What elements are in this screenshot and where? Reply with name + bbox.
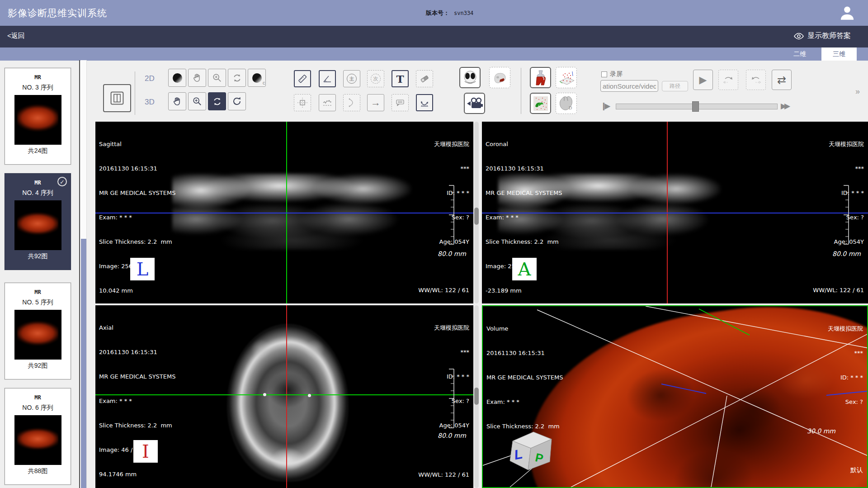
sidebar-divider: [79, 60, 80, 488]
sagittal-mri-image: [172, 174, 411, 250]
series-card-5[interactable]: MR NO. 5 序列 共92图: [5, 283, 71, 379]
timeline-slider-thumb[interactable]: [692, 101, 699, 112]
skip-start-icon[interactable]: ❙▶: [600, 101, 608, 111]
series-thumbnail: [14, 310, 61, 360]
app-title: 影像诊断思维实训系统: [8, 7, 107, 19]
seed-region-preset-button[interactable]: [530, 93, 551, 114]
meta-line: Slice Thickness: 2.2 mm: [99, 422, 176, 430]
scale-label: 80.0 mm: [832, 250, 861, 257]
show-teacher-answer-button[interactable]: 显示教师答案: [794, 31, 851, 41]
curve-measure-button[interactable]: [416, 94, 433, 111]
contrast-reset-icon: c: [252, 73, 262, 83]
series-modality: MR: [5, 283, 71, 295]
loop-forward-button-disabled[interactable]: [718, 70, 738, 90]
roi-box-button[interactable]: [294, 94, 311, 111]
series-image-count: 共92图: [5, 362, 71, 370]
window-reset-button[interactable]: c: [248, 69, 266, 87]
series-card-3[interactable]: MR NO. 3 序列 共24图: [5, 68, 71, 165]
collapse-toolbar-chevron[interactable]: »: [855, 87, 860, 96]
meta-line: ***: [434, 165, 469, 173]
series-modality: MR: [5, 389, 71, 401]
secondary-circle-icon: 次: [371, 74, 381, 84]
orientation-letter-A: A: [512, 258, 537, 280]
profile-curve-button[interactable]: [319, 94, 336, 111]
viewport-gap-scrollbar-thumb[interactable]: [474, 208, 479, 225]
meta-line: 天堰模拟医院: [434, 324, 469, 332]
series-title: NO. 4 序列: [5, 189, 71, 197]
primary-marker-button[interactable]: 主: [343, 70, 360, 87]
zoom-2d-button[interactable]: [208, 69, 226, 87]
ct-slice-preset-button[interactable]: [459, 67, 481, 88]
dicom-overlay-right: 天堰模拟医院 *** ID: * * * Sex: ?: [828, 308, 863, 422]
series-thumbnail: [14, 415, 61, 465]
secondary-marker-button[interactable]: 次: [367, 70, 384, 87]
crosshair-vertical-red[interactable]: [286, 305, 287, 488]
curve-ruler-icon: [419, 97, 430, 108]
dicom-overlay-right: 天堰模拟医院 *** ID: * * * Sex: ? Age: 054Y: [829, 124, 864, 262]
joint-preset-button[interactable]: [530, 67, 551, 88]
arrow-annotation-button[interactable]: →: [367, 94, 384, 111]
hand-icon: [172, 96, 182, 106]
fast-forward-icon[interactable]: ▶▶: [781, 101, 788, 111]
series-thumbnail: [14, 200, 61, 250]
viewport-sagittal[interactable]: Sagittal 20161130 16:15:31 MR GE MEDICAL…: [95, 122, 473, 303]
reset-view-button[interactable]: [228, 92, 246, 110]
crosshair-box-icon: [297, 97, 308, 108]
meta-line: Sex: ?: [434, 397, 469, 405]
scale-label: 80.0 mm: [438, 250, 466, 257]
meta-line: ***: [828, 349, 863, 357]
loop-back-button-disabled[interactable]: [746, 70, 766, 90]
play-button[interactable]: ▶: [693, 70, 713, 90]
skull-3d-preset-button[interactable]: [489, 67, 510, 88]
pan-3d-button[interactable]: [168, 92, 186, 110]
meta-line: ***: [829, 165, 864, 173]
meta-line: Age: 054Y: [434, 238, 469, 246]
slab-3d-preset-button[interactable]: [556, 67, 577, 88]
measure-length-button[interactable]: [294, 70, 311, 87]
meta-line: MR GE MEDICAL SYSTEMS: [99, 189, 176, 197]
export-video-button[interactable]: [464, 93, 485, 114]
series-card-4-selected[interactable]: ✓ MR NO. 4 序列 共92图: [5, 173, 71, 270]
series-card-6[interactable]: MR NO. 6 序列 共88图: [5, 388, 71, 485]
eye-icon: [794, 33, 804, 40]
video-camera-icon: [466, 96, 483, 111]
rotate-2d-button[interactable]: [228, 69, 246, 87]
user-avatar-icon[interactable]: [838, 4, 856, 22]
series-title: NO. 6 序列: [5, 404, 71, 412]
layout-button[interactable]: [103, 84, 131, 112]
zoom-3d-button[interactable]: [188, 92, 206, 110]
tab-3d[interactable]: 三维: [821, 47, 857, 61]
series-image-count: 共88图: [5, 467, 71, 475]
heart-preset-button[interactable]: D: [556, 93, 577, 114]
pan-2d-button[interactable]: [188, 69, 206, 87]
sidebar-scrollbar-thumb[interactable]: [81, 239, 86, 488]
tab-2d[interactable]: 二维: [782, 47, 817, 61]
measure-angle-button[interactable]: [319, 70, 336, 87]
meta-line: -23.189 mm: [486, 287, 562, 295]
swap-arrows-icon: ⇄: [777, 74, 786, 86]
meta-line: ID: * * *: [829, 189, 864, 197]
text-annotation-button[interactable]: T: [392, 70, 409, 87]
rotate-3d-button-active[interactable]: [208, 92, 226, 110]
viewport-axial[interactable]: Axial 20161130 16:15:31 MR GE MEDICAL SY…: [95, 305, 473, 488]
path-button[interactable]: 路径: [662, 81, 688, 91]
meta-line: Slice Thickness: 2.2 mm: [486, 238, 562, 246]
orientation-letter-L: L: [130, 258, 155, 280]
volume-thumb-render: [17, 211, 59, 237]
back-button[interactable]: <返回: [7, 32, 25, 40]
viewport-volume-active[interactable]: Volume 20161130 16:15:31 MR GE MEDICAL S…: [482, 305, 868, 488]
viewport-coronal[interactable]: Coronal 20161130 16:15:31 MR GE MEDICAL …: [482, 122, 868, 303]
record-checkbox[interactable]: [601, 71, 607, 77]
meta-line: 天堰模拟医院: [828, 325, 863, 333]
comment-annotation-button[interactable]: [392, 94, 409, 111]
eraser-button[interactable]: [416, 70, 433, 87]
app-header: 影像诊断思维实训系统 版本号：svn334: [0, 0, 868, 26]
viewport-gap-scrollbar-thumb[interactable]: [474, 388, 479, 405]
meta-line: Volume: [486, 325, 563, 333]
spline-button[interactable]: [343, 94, 360, 111]
meta-line: ID: * * *: [434, 189, 469, 197]
video-path-input[interactable]: [600, 80, 658, 92]
window-level-button[interactable]: [168, 69, 186, 87]
primary-circle-icon: 主: [347, 74, 357, 84]
swap-direction-button[interactable]: ⇄: [772, 70, 792, 90]
